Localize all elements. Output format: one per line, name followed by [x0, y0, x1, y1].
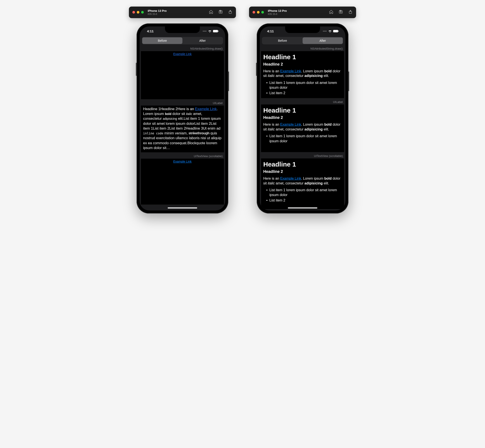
example-link[interactable]: Example Link	[173, 52, 191, 56]
bullet-list: List item 1 lorem ipsum dolor sit amet l…	[263, 188, 342, 203]
segment-after[interactable]: After	[302, 37, 343, 44]
p-adip: adipisicing	[304, 74, 323, 78]
screenshot-icon[interactable]	[339, 10, 343, 15]
zoom-window-icon[interactable]	[141, 11, 144, 14]
headline-1: Headline 1	[263, 107, 342, 114]
close-window-icon[interactable]	[132, 11, 135, 14]
p-italic: italic	[268, 181, 275, 185]
svg-point-8	[340, 11, 342, 13]
status-time: 4:11	[147, 29, 154, 33]
minimize-window-icon[interactable]	[257, 11, 260, 14]
svg-rect-11	[338, 31, 339, 32]
section-label-draw: NSAttributedString.draw()	[140, 46, 225, 51]
content-scroll[interactable]: NSAttributedString.draw() Headline 1 Hea…	[260, 46, 345, 210]
headline-2: Headline 2	[263, 62, 342, 67]
home-indicator[interactable]	[288, 207, 318, 208]
svg-rect-10	[333, 30, 338, 32]
p-adip: adipisicing	[304, 128, 323, 131]
p-text: . Lorem ipsum	[301, 123, 324, 126]
simulator-device-name: iPhone 13 Pro	[148, 9, 209, 13]
svg-rect-5	[218, 31, 218, 32]
list-item: List item 1 lorem ipsum dolor sit amet l…	[266, 80, 342, 90]
p-italic: italic	[268, 128, 275, 131]
home-icon[interactable]	[329, 10, 333, 15]
list-item: List item 2	[266, 198, 342, 203]
status-time: 4:11	[267, 29, 274, 33]
simulator-titlebar: iPhone 13 Pro iOS 15.0	[129, 7, 236, 18]
list-item: List item 1 lorem ipsum dolor sit amet l…	[266, 134, 342, 144]
label-code: inline code	[143, 132, 163, 135]
bullet-list: List item 1 lorem ipsum dolor sit amet l…	[263, 80, 342, 96]
simulator-titlebar: iPhone 13 Pro iOS 15.0	[249, 7, 356, 18]
p-text: amet, consectetur	[275, 74, 304, 78]
simulator-device-name: iPhone 13 Pro	[268, 9, 329, 13]
segmented-control[interactable]: Before After	[262, 37, 343, 44]
p-text: amet, consectetur	[275, 181, 304, 185]
notch	[285, 26, 320, 33]
share-icon[interactable]	[228, 10, 232, 15]
headline-2: Headline 2	[263, 169, 342, 174]
panel-uilabel: Headline 1 Headline 2 Here is an Example…	[261, 104, 344, 152]
label-strike: strikethrough	[189, 131, 209, 135]
simulator-before: iPhone 13 Pro iOS 15.0 4:11 •••• Before …	[129, 7, 236, 214]
simulator-os-version: iOS 15.0	[148, 13, 209, 16]
paragraph: Here is an Example Link. Lorem ipsum bol…	[263, 176, 342, 185]
cellular-dots-icon: ••••	[323, 30, 327, 32]
p-adip: adipisicing	[304, 181, 323, 185]
segment-after[interactable]: After	[183, 37, 223, 44]
label-text: minim veniam,	[163, 131, 189, 135]
zoom-window-icon[interactable]	[261, 11, 264, 14]
p-text: elit.	[323, 128, 329, 131]
headline-1: Headline 1	[263, 53, 342, 61]
label-bold: bold	[165, 112, 172, 116]
bullet-list: List item 1 lorem ipsum dolor sit amet l…	[263, 134, 342, 144]
screenshot-icon[interactable]	[218, 10, 223, 15]
label-adip: adipisicing	[163, 117, 177, 120]
simulator-os-version: iOS 15.0	[268, 13, 329, 16]
example-link[interactable]: Example Link	[280, 123, 301, 126]
segment-before[interactable]: Before	[262, 37, 302, 44]
p-text: . Lorem ipsum	[301, 176, 324, 180]
share-icon[interactable]	[348, 10, 353, 15]
segmented-control[interactable]: Before After	[142, 37, 223, 44]
p-bold: bold	[324, 69, 332, 73]
p-text: amet, consectetur	[275, 128, 304, 131]
simulator-after: iPhone 13 Pro iOS 15.0 4:11 •••• Before …	[249, 7, 356, 214]
p-text: . Lorem ipsum	[301, 69, 324, 73]
p-text: Here is an	[263, 69, 280, 73]
p-bold: bold	[324, 123, 332, 126]
minimize-window-icon[interactable]	[137, 11, 139, 14]
traffic-lights	[132, 11, 144, 14]
panel-uitextview[interactable]: Example Link	[141, 159, 224, 205]
traffic-lights	[253, 11, 264, 14]
paragraph: Here is an Example Link. Lorem ipsum bol…	[263, 122, 342, 132]
example-link[interactable]: Example Link	[280, 176, 301, 180]
wifi-icon	[208, 30, 212, 32]
p-text: elit.	[323, 74, 329, 78]
section-label-uitextview: UITextView (scrollable)	[260, 153, 345, 159]
panel-uitextview[interactable]: Headline 1 Headline 2 Here is an Example…	[261, 159, 344, 209]
battery-icon	[213, 30, 219, 32]
segment-before[interactable]: Before	[142, 37, 183, 44]
example-link[interactable]: Example Link	[173, 160, 191, 163]
close-window-icon[interactable]	[253, 11, 255, 14]
p-text: Here is an	[263, 123, 280, 126]
content-scroll[interactable]: NSAttributedString.draw() Example Link U…	[140, 46, 225, 210]
p-bold: bold	[324, 176, 332, 180]
home-icon[interactable]	[209, 10, 213, 15]
phone-frame: 4:11 •••• Before After NSAttributedStrin…	[136, 23, 228, 214]
p-italic: italic	[268, 74, 275, 78]
p-text: Here is an	[263, 176, 280, 180]
headline-2: Headline 2	[263, 115, 342, 120]
cellular-dots-icon: ••••	[203, 30, 207, 32]
example-link[interactable]: Example Link	[195, 107, 217, 111]
panel-draw: Headline 1 Headline 2 Here is an Example…	[261, 51, 344, 98]
wifi-icon	[328, 30, 332, 32]
section-label-uilabel: UILabel	[140, 101, 225, 105]
label-italic: italic	[186, 112, 192, 116]
headline-1: Headline 1	[263, 161, 342, 168]
home-indicator[interactable]	[168, 207, 197, 208]
example-link[interactable]: Example Link	[280, 69, 301, 73]
label-text: Headline 1Headline 2Here is an	[143, 107, 195, 111]
phone-frame: 4:11 •••• Before After NSAttributedStrin…	[257, 23, 349, 214]
